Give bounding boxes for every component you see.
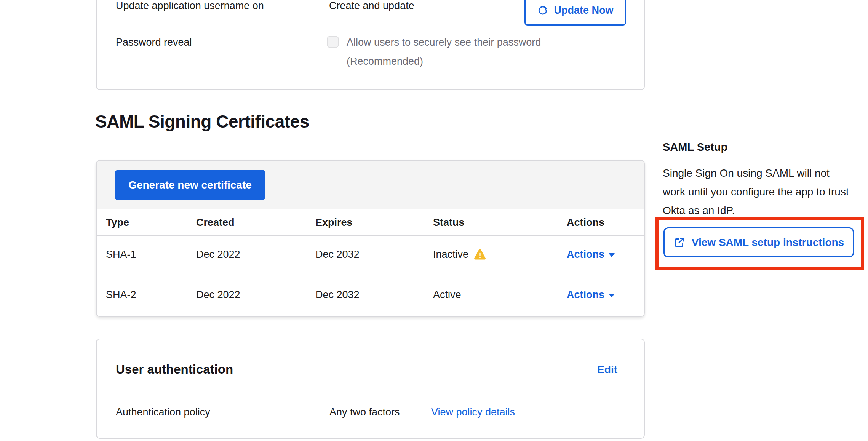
cert-type: SHA-1 <box>97 249 187 260</box>
view-saml-setup-instructions-button[interactable]: View SAML setup instructions <box>663 227 854 257</box>
edit-link[interactable]: Edit <box>597 364 617 376</box>
column-header-actions: Actions <box>558 217 644 228</box>
username-update-value: Create and update <box>329 0 414 12</box>
password-reveal-checkbox[interactable] <box>327 36 339 48</box>
app-settings-card: Update application username on Create an… <box>96 0 645 90</box>
cert-actions-cell: Actions <box>558 289 644 301</box>
update-now-label: Update Now <box>554 5 613 16</box>
generate-new-certificate-button[interactable]: Generate new certificate <box>115 170 265 200</box>
external-link-icon <box>673 236 685 248</box>
warning-icon <box>473 248 486 261</box>
update-now-button[interactable]: Update Now <box>524 0 626 26</box>
caret-down-icon <box>609 294 615 297</box>
actions-dropdown[interactable]: Actions <box>567 289 615 301</box>
actions-label: Actions <box>567 249 604 260</box>
cert-actions-cell: Actions <box>558 249 644 260</box>
authentication-policy-value: Any two factors <box>329 406 400 418</box>
user-authentication-card: User authentication Edit Authentication … <box>96 339 645 439</box>
cert-created: Dec 2022 <box>187 289 306 301</box>
cert-status: Inactive <box>424 248 558 261</box>
view-saml-label: View SAML setup instructions <box>692 236 844 249</box>
column-header-created: Created <box>187 217 306 228</box>
username-update-label: Update application username on <box>116 0 264 12</box>
saml-setup-description: Single Sign On using SAML will not work … <box>663 164 853 220</box>
certificates-panel: Generate new certificate Type Created Ex… <box>96 160 645 317</box>
cert-status: Active <box>424 289 558 301</box>
table-row-sha1: SHA-1 Dec 2022 Dec 2032 Inactive Actions <box>97 236 644 273</box>
status-text: Active <box>433 289 461 301</box>
column-header-type: Type <box>97 217 187 228</box>
password-reveal-label: Password reveal <box>116 37 192 48</box>
authentication-policy-label: Authentication policy <box>116 406 210 418</box>
cert-created: Dec 2022 <box>187 249 306 260</box>
cert-expires: Dec 2032 <box>306 289 424 301</box>
saml-setup-heading: SAML Setup <box>663 141 727 153</box>
user-authentication-heading: User authentication <box>116 362 233 377</box>
actions-dropdown[interactable]: Actions <box>567 249 615 260</box>
cert-type: SHA-2 <box>97 289 187 301</box>
password-reveal-checkbox-label: Allow users to securely see their passwo… <box>347 33 575 71</box>
certificates-table-header: Type Created Expires Status Actions <box>97 209 644 236</box>
view-policy-details-link[interactable]: View policy details <box>431 406 515 418</box>
page-title-saml-signing-certificates: SAML Signing Certificates <box>95 111 309 132</box>
table-row-sha2: SHA-2 Dec 2022 Dec 2032 Active Actions <box>97 273 644 316</box>
caret-down-icon <box>609 253 615 257</box>
status-text: Inactive <box>433 249 468 260</box>
cert-expires: Dec 2032 <box>306 249 424 260</box>
column-header-status: Status <box>424 217 558 228</box>
refresh-icon <box>537 5 548 16</box>
column-header-expires: Expires <box>306 217 424 228</box>
certificates-toolbar: Generate new certificate <box>97 161 644 209</box>
actions-label: Actions <box>567 289 604 301</box>
